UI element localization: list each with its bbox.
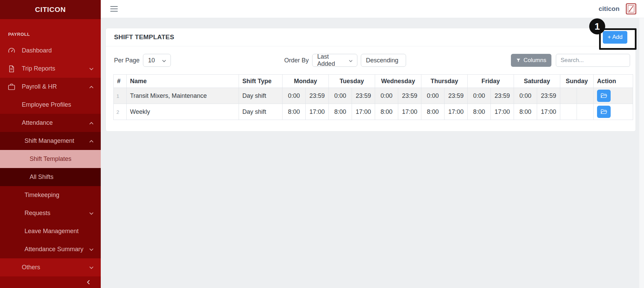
columns-button-label: Columns [524,57,546,64]
sidebar-item-label: Requests [25,210,50,217]
document-icon [7,65,16,73]
cell-friday-end: 23:59 [491,88,514,104]
columns-button[interactable]: Columns [511,54,551,67]
sidebar-item-label: Trip Reports [22,65,55,72]
order-by-label: Order By [284,57,309,64]
sidebar-item-employee-profiles[interactable]: Employee Profiles [0,96,101,114]
chevron-down-icon [89,211,94,216]
row-number: 2 [114,104,127,120]
sidebar-item-trip-reports[interactable]: Trip Reports [0,60,101,78]
cell-name: Transit Mixers, Maintenance [127,88,239,104]
order-by-group: Order By Last Added Descending [284,54,406,67]
cell-tuesday-end: 23:59 [352,88,375,104]
sidebar-item-label: Payroll & HR [22,83,57,90]
cell-thursday-start: 0:00 [421,88,445,104]
content-area: SHIFT TEMPLATES + Add Per Page 10 Order … [101,18,644,288]
topbar: citicon [101,0,644,18]
open-template-button[interactable] [597,90,611,102]
col-header-sunday: Sunday [560,75,594,88]
shift-templates-card: SHIFT TEMPLATES + Add Per Page 10 Order … [106,28,636,132]
chevron-down-icon [162,58,166,63]
main-area: citicon SHIFT TEMPLATES + Add Per Page [101,0,644,288]
sidebar-item-attendance[interactable]: Attendance [0,114,101,132]
sidebar-section-payroll: PAYROLL [0,19,101,42]
sidebar-item-label: Leave Management [25,228,79,235]
hamburger-menu-icon[interactable] [110,6,118,12]
sidebar-item-all-shifts[interactable]: All Shifts [0,168,101,186]
col-header-shift-type: Shift Type [239,75,283,88]
company-logo-icon [625,3,637,15]
scrollbar-track[interactable] [639,18,644,288]
cell-wednesday-end: 23:59 [398,88,421,104]
cell-wednesday-end: 17:00 [398,104,421,120]
shift-templates-table: # Name Shift Type Monday Tuesday Wednesd… [113,74,633,120]
brand-logo-text: CITICON [0,0,101,19]
sidebar-item-timekeeping[interactable]: Timekeeping [0,186,101,204]
cell-tuesday-start: 0:00 [329,88,352,104]
sidebar-item-label: Others [22,264,40,271]
sidebar-item-label: All Shifts [30,173,53,181]
add-button[interactable]: + Add [603,31,627,44]
sidebar-item-label: Shift Management [25,137,74,145]
table-header-row: # Name Shift Type Monday Tuesday Wednesd… [114,75,633,88]
cell-saturday-start: 8:00 [514,104,537,120]
cell-sunday-end [577,88,594,104]
chevron-up-icon [89,84,94,89]
cell-monday-start: 8:00 [283,104,306,120]
folder-open-icon [600,92,607,99]
user-account-label[interactable]: citicon [599,5,619,13]
cell-action [594,88,633,104]
sidebar-item-requests[interactable]: Requests [0,204,101,222]
sidebar-item-label: Employee Profiles [22,101,71,108]
order-by-select[interactable]: Last Added [312,54,357,67]
sidebar-item-others[interactable]: Others [0,258,101,276]
row-number: 1 [114,88,127,104]
sidebar-item-shift-management[interactable]: Shift Management [0,132,101,150]
cell-thursday-end: 23:59 [445,88,468,104]
page: { "colors": { "sidebar_red": "#a30d0d", … [0,0,644,288]
filter-search-group: Columns [511,54,630,67]
cell-thursday-start: 8:00 [421,104,445,120]
folder-open-icon [600,108,607,115]
cell-saturday-end: 23:59 [537,88,560,104]
sidebar-collapse-button[interactable] [0,276,101,288]
sidebar-item-label: Shift Templates [30,155,71,163]
cell-sunday-start [560,88,577,104]
cell-saturday-end: 17:00 [537,104,560,120]
sidebar-item-attendance-summary[interactable]: Attendance Summary [0,240,101,258]
open-template-button[interactable] [597,106,611,118]
cell-shift-type: Day shift [239,104,283,120]
cell-name: Weekly [127,104,239,120]
cell-wednesday-start: 8:00 [375,104,398,120]
per-page-label: Per Page [114,57,140,64]
col-header-name: Name [127,75,239,88]
col-header-action: Action [594,75,633,88]
filter-funnel-icon [516,58,521,63]
cell-tuesday-end: 17:00 [352,104,375,120]
sidebar-item-payroll-hr[interactable]: Payroll & HR [0,78,101,96]
table-wrap: # Name Shift Type Monday Tuesday Wednesd… [106,67,635,120]
cell-friday-end: 17:00 [491,104,514,120]
sidebar-item-dashboard[interactable]: Dashboard [0,42,101,60]
table-row: 2 Weekly Day shift 8:00 17:00 8:00 17:00… [114,104,633,120]
col-header-thursday: Thursday [421,75,468,88]
chevron-down-icon [89,66,94,71]
cell-action [594,104,633,120]
cell-sunday-start [560,104,577,120]
cell-friday-start: 0:00 [468,88,491,104]
sidebar-item-leave-management[interactable]: Leave Management [0,222,101,240]
per-page-group: Per Page 10 [114,54,171,67]
chevron-down-icon [349,58,353,63]
per-page-select[interactable]: 10 [143,54,171,67]
chevron-up-icon [89,120,94,125]
cell-wednesday-start: 0:00 [375,88,398,104]
chevron-up-icon [89,138,94,143]
cell-monday-end: 23:59 [306,88,329,104]
cell-friday-start: 8:00 [468,104,491,120]
sidebar-item-label: Dashboard [22,47,52,54]
col-header-saturday: Saturday [514,75,560,88]
sidebar-item-shift-templates[interactable]: Shift Templates [0,150,101,168]
search-input[interactable] [556,54,630,67]
col-header-tuesday: Tuesday [329,75,375,88]
sort-direction-select[interactable]: Descending [361,54,406,67]
